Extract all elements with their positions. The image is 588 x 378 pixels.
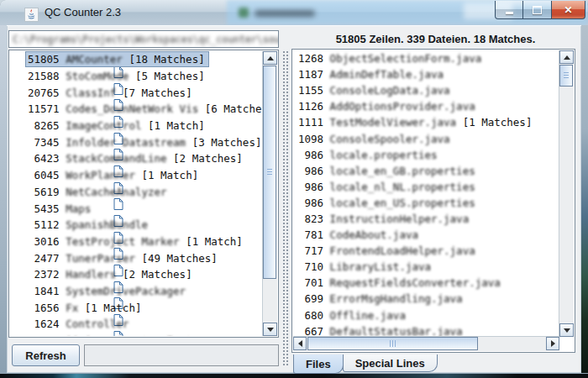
- line-count: 1268: [298, 52, 323, 65]
- horizontal-scrollbar-thumb[interactable]: [307, 337, 478, 350]
- file-cell: 1624Controller: [25, 316, 133, 332]
- file-list-item[interactable]: 6423StackCommandLine[2 Matches]: [10, 150, 263, 167]
- file-icon: [13, 103, 23, 115]
- path-input[interactable]: C:\Programs\Projects\Workspaces\qc_count…: [8, 30, 279, 48]
- file-list-item[interactable]: 3016TestProject Marker[1 Match]: [10, 234, 263, 250]
- detail-list-item[interactable]: 1187AdminDefTable.java: [293, 66, 559, 82]
- file-name: StoComMode: [66, 70, 129, 82]
- file-name: StackCommandLine: [66, 152, 166, 165]
- maximize-icon: [533, 6, 542, 14]
- file-name: AMCounter: [66, 53, 123, 66]
- scroll-up-button[interactable]: [559, 50, 574, 64]
- detail-list-item[interactable]: 1098ConsoleSpooler.java: [293, 130, 559, 146]
- detail-list-item[interactable]: 1155ConsoleLogData.java: [293, 82, 559, 98]
- close-button[interactable]: ✕: [552, 1, 585, 19]
- file-list-item[interactable]: 7345Infolder Datastream[3 Matches]: [10, 134, 263, 150]
- minimize-button[interactable]: [495, 1, 523, 19]
- file-icon: [13, 302, 23, 313]
- detail-list-item[interactable]: 710LibraryList.java: [293, 259, 559, 275]
- scroll-up-button[interactable]: [263, 51, 277, 65]
- maximize-button[interactable]: [523, 1, 552, 19]
- line-count: 2477: [28, 252, 60, 265]
- line-count: 7345: [28, 136, 60, 149]
- file-name: ImageControl: [66, 119, 141, 132]
- right-horizontal-scrollbar[interactable]: [293, 336, 559, 351]
- detail-list-item[interactable]: 667DefaultStatusBar.java: [293, 323, 559, 337]
- match-count: [1 Match]: [186, 235, 243, 248]
- line-count: 5112: [28, 218, 60, 231]
- file-icon: [13, 219, 23, 231]
- detail-list-item[interactable]: 1111TestModelViewer.java[1 Matches]: [293, 114, 559, 130]
- file-list-item[interactable]: 1656Fx[1 Match]: [10, 299, 263, 316]
- scroll-left-button[interactable]: [293, 337, 307, 350]
- refresh-button[interactable]: Refresh: [12, 344, 80, 366]
- file-name: LibraryList.java: [330, 260, 431, 273]
- match-count: [2 Matches]: [173, 152, 243, 165]
- match-count: [1 Match]: [141, 169, 198, 181]
- right-vertical-scrollbar[interactable]: [559, 50, 574, 337]
- detail-list-item[interactable]: 701RequestFieldsConverter.java: [293, 275, 559, 291]
- scroll-down-button[interactable]: [559, 323, 574, 337]
- line-count: 1111: [298, 116, 323, 129]
- line-count: 1187: [298, 68, 323, 81]
- vertical-scrollbar-thumb[interactable]: [559, 65, 573, 87]
- file-name: SpanishBundle: [66, 218, 148, 231]
- file-list-item[interactable]: 11571Codes_DownNetWork Vis[6 Matches]: [10, 101, 263, 118]
- refresh-label: Refresh: [25, 349, 66, 362]
- file-list-item[interactable]: 5112SpanishBundle: [10, 217, 263, 234]
- file-list-item[interactable]: 51805AMCounter[18 Matches]: [10, 51, 263, 68]
- vertical-scrollbar-thumb[interactable]: [263, 66, 276, 279]
- detail-list-item[interactable]: 1268ObjectSelectionForm.java: [293, 50, 559, 66]
- line-count: 6423: [28, 152, 60, 165]
- file-name: Maps: [66, 202, 91, 215]
- file-name: RequestFieldsConverter.java: [330, 276, 501, 289]
- detail-list-item[interactable]: 986locale_en_US.properties: [293, 195, 559, 211]
- detail-list-item[interactable]: 699ErrorMsgHandling.java: [293, 291, 559, 307]
- file-list-item[interactable]: 1577QC Java Counter Test[1 Match]: [10, 333, 263, 336]
- detail-list-item[interactable]: 986locale_nl_NL.properties: [293, 179, 559, 195]
- line-count: 986: [298, 149, 323, 161]
- bottom-tab[interactable]: Special Lines: [343, 354, 438, 372]
- file-list-item[interactable]: 6045WorkPlanner[1 Match]: [10, 167, 263, 184]
- detail-list-item[interactable]: 986locale_en_GB.properties: [293, 163, 559, 179]
- file-name: locale.properties: [330, 149, 438, 161]
- file-list-item[interactable]: 21588StoComMode[5 Matches]: [10, 68, 263, 85]
- match-count: [1 Match]: [148, 119, 205, 132]
- scroll-down-button[interactable]: [263, 323, 277, 336]
- detail-list-item[interactable]: 717FrontendLoadHelper.java: [293, 243, 559, 259]
- left-vertical-scrollbar[interactable]: [262, 51, 277, 336]
- java-app-icon: [24, 8, 39, 22]
- background-window-icon: [239, 8, 249, 18]
- file-list-item[interactable]: 1624Controller: [10, 316, 263, 333]
- window-title: QC Counter 2.3: [45, 6, 121, 18]
- scroll-right-button[interactable]: [546, 337, 559, 350]
- summary-label: 51805 Zeilen. 339 Dateien. 18 Matches.: [290, 33, 581, 47]
- file-icon: [13, 153, 23, 165]
- detail-list-item[interactable]: 680Offline.java: [293, 307, 559, 323]
- status-bar: [84, 344, 279, 366]
- file-cell: 8265ImageControl[1 Match]: [25, 118, 209, 134]
- file-icon: [13, 54, 23, 66]
- match-count: [49 Matches]: [141, 252, 217, 265]
- file-icon: [13, 252, 23, 264]
- file-icon: [13, 120, 23, 132]
- minimize-icon: [506, 12, 513, 14]
- file-list-item[interactable]: 5619NetCacheAnalyzer: [10, 184, 263, 201]
- file-list-item[interactable]: 8265ImageControl[1 Match]: [10, 118, 263, 134]
- detail-list-item[interactable]: 781CodeAbout.java: [293, 227, 559, 243]
- detail-list-item[interactable]: 823InstructionHelper.java: [293, 211, 559, 227]
- file-list-item[interactable]: 20765ClassInf[7 Matches]: [10, 84, 263, 101]
- detail-list-item[interactable]: 986locale.properties: [293, 147, 559, 163]
- split-pane-divider[interactable]: [281, 50, 289, 367]
- file-list-item[interactable]: 5435Maps: [10, 200, 263, 217]
- line-count: 8265: [28, 119, 60, 132]
- file-list-item[interactable]: 2372Handlers[2 Matches]: [10, 266, 263, 283]
- detail-list-item[interactable]: 1126AddOptionsProvider.java: [293, 98, 559, 114]
- file-list-item[interactable]: 2477TunerParser[49 Matches]: [10, 249, 263, 266]
- file-list-item[interactable]: 1841SystemDrivePackager: [10, 283, 263, 300]
- bottom-tab[interactable]: Files: [293, 354, 344, 374]
- line-count: 1155: [298, 84, 323, 97]
- titlebar[interactable]: QC Counter 2.3 ✕: [0, 0, 588, 25]
- file-icon: [13, 186, 23, 197]
- line-count: 1841: [28, 285, 60, 297]
